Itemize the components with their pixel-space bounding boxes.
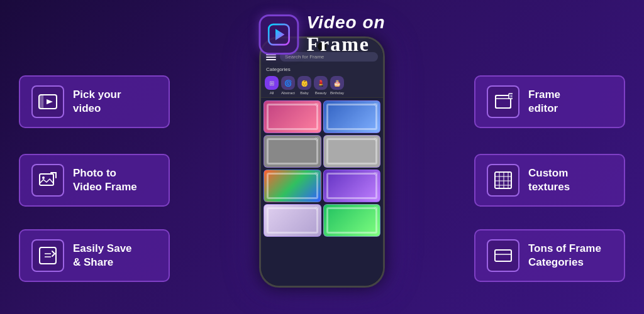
category-row: ⊞ All 🌀 Abstract 👶 Baby 💄 Beauty 🎂 xyxy=(261,73,383,98)
pick-video-icon xyxy=(31,85,64,118)
custom-textures-label: Custom textures xyxy=(528,166,570,194)
frame-thumb-5[interactable]: ♡ xyxy=(264,170,321,202)
frame-editor-icon: ⊞ xyxy=(487,85,519,118)
logo-area: Video on Frame xyxy=(258,13,385,56)
pick-video-label: Pick your video xyxy=(73,88,121,116)
cat-all-label: All xyxy=(270,91,274,95)
cat-birthday[interactable]: 🎂 Birthday xyxy=(330,76,344,95)
save-share-card: Easily Save & Share xyxy=(19,229,170,282)
photo-frame-icon xyxy=(31,164,64,197)
frame-thumb-1[interactable]: ♡ xyxy=(264,100,321,133)
frame-thumb-3[interactable]: ♡ xyxy=(264,135,321,168)
frame-thumb-6[interactable]: ♡ xyxy=(323,170,381,202)
cat-all[interactable]: ⊞ All xyxy=(265,76,279,95)
cat-abstract-label: Abstract xyxy=(281,91,295,95)
cat-baby-icon: 👶 xyxy=(297,76,311,90)
save-share-icon xyxy=(31,239,64,272)
frame-thumb-8[interactable]: ♡ xyxy=(323,204,381,237)
photo-frame-card: Photo to Video Frame xyxy=(19,154,170,207)
cat-all-icon: ⊞ xyxy=(265,76,279,90)
frames-grid: ♡ ♡ ♡ ♡ ♡ xyxy=(261,98,383,239)
logo-line2: Frame xyxy=(306,33,370,56)
frame-editor-label: Frame editor xyxy=(528,88,560,116)
custom-textures-icon xyxy=(487,164,519,197)
custom-textures-card: Custom textures xyxy=(474,154,625,207)
cat-beauty-label: Beauty xyxy=(315,91,327,95)
logo-line1: Video on xyxy=(306,13,385,33)
svg-rect-21 xyxy=(495,250,511,261)
categories-label: Categories xyxy=(261,64,383,73)
frame-thumb-7[interactable]: ♡ xyxy=(264,204,321,237)
cat-abstract[interactable]: 🌀 Abstract xyxy=(281,76,295,95)
frame-categories-card: Tons of Frame Categories xyxy=(474,229,625,282)
svg-rect-14 xyxy=(495,172,511,188)
cat-baby[interactable]: 👶 Baby xyxy=(297,76,311,95)
cat-birthday-label: Birthday xyxy=(330,91,344,95)
cat-abstract-icon: 🌀 xyxy=(281,76,295,90)
svg-rect-3 xyxy=(39,95,43,109)
svg-text:⊞: ⊞ xyxy=(510,94,513,98)
frame-editor-card: ⊞ Frame editor xyxy=(474,75,625,128)
frame-categories-label: Tons of Frame Categories xyxy=(528,242,601,269)
svg-rect-4 xyxy=(43,95,43,109)
cat-beauty[interactable]: 💄 Beauty xyxy=(314,76,328,95)
logo-text: Video on Frame xyxy=(306,13,385,56)
phone-mockup: Search for Frame Categories ⊞ All 🌀 Abst… xyxy=(259,36,385,288)
save-share-label: Easily Save & Share xyxy=(73,242,132,269)
frame-thumb-4[interactable]: ♡ xyxy=(323,135,381,168)
logo-icon xyxy=(258,14,299,55)
phone-screen: Search for Frame Categories ⊞ All 🌀 Abst… xyxy=(261,38,383,286)
svg-marker-5 xyxy=(47,99,53,104)
pick-video-card: Pick your video xyxy=(19,75,170,128)
photo-frame-label: Photo to Video Frame xyxy=(73,166,137,194)
svg-point-7 xyxy=(42,176,45,179)
frame-categories-icon xyxy=(487,239,519,272)
frame-thumb-2[interactable]: ♡ xyxy=(323,100,381,133)
cat-beauty-icon: 💄 xyxy=(314,76,328,90)
svg-rect-6 xyxy=(40,174,53,185)
svg-marker-1 xyxy=(275,29,284,40)
cat-birthday-icon: 🎂 xyxy=(330,76,344,90)
cat-baby-label: Baby xyxy=(300,91,309,95)
